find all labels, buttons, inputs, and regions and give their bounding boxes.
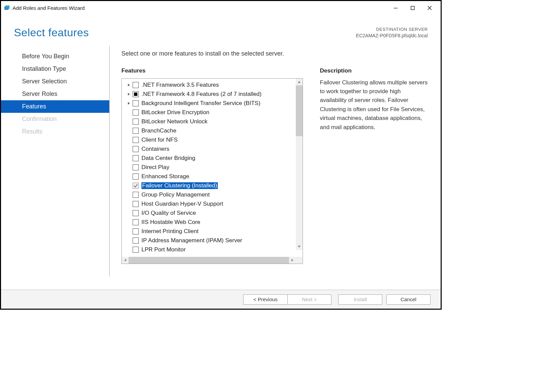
svg-marker-11: [124, 259, 126, 262]
feature-checkbox[interactable]: [133, 210, 139, 216]
feature-label[interactable]: Host Guardian Hyper-V Support: [141, 201, 223, 207]
feature-label[interactable]: IP Address Management (IPAM) Server: [141, 237, 242, 244]
hscroll-thumb[interactable]: [129, 257, 289, 264]
close-button[interactable]: [421, 2, 438, 14]
feature-label[interactable]: Data Center Bridging: [141, 155, 195, 162]
feature-checkbox[interactable]: [133, 238, 139, 244]
content: Select one or more features to install o…: [110, 46, 441, 276]
feature-label[interactable]: Client for NFS: [141, 137, 178, 143]
sidebar-item-installation-type[interactable]: Installation Type: [1, 63, 109, 75]
feature-checkbox[interactable]: [133, 100, 139, 106]
feature-row[interactable]: .NET Framework 4.8 Features (2 of 7 inst…: [122, 90, 303, 99]
instruction-text: Select one or more features to install o…: [121, 50, 429, 57]
feature-label[interactable]: BitLocker Network Unlock: [141, 118, 208, 125]
feature-row[interactable]: BitLocker Drive Encryption: [122, 108, 303, 117]
feature-row[interactable]: Background Intelligent Transfer Service …: [122, 99, 303, 108]
expand-icon[interactable]: [127, 92, 131, 97]
feature-row[interactable]: I/O Quality of Service: [122, 209, 303, 218]
svg-marker-7: [128, 93, 130, 96]
svg-marker-10: [298, 246, 301, 248]
feature-checkbox[interactable]: [133, 247, 139, 253]
feature-checkbox[interactable]: [133, 183, 139, 189]
feature-label[interactable]: BranchCache: [141, 127, 176, 134]
feature-checkbox[interactable]: [133, 128, 139, 134]
feature-checkbox[interactable]: [133, 201, 139, 207]
features-tree: .NET Framework 3.5 Features.NET Framewor…: [121, 78, 303, 264]
install-button[interactable]: Install: [338, 294, 382, 305]
feature-row[interactable]: LPR Port Monitor: [122, 245, 303, 254]
feature-row[interactable]: Containers: [122, 145, 303, 154]
feature-checkbox[interactable]: [133, 173, 139, 180]
feature-label[interactable]: Failover Clustering (Installed): [141, 182, 218, 189]
feature-label[interactable]: BitLocker Drive Encryption: [141, 109, 209, 116]
main: Before You BeginInstallation TypeServer …: [1, 46, 441, 276]
feature-checkbox[interactable]: [133, 146, 139, 152]
feature-row[interactable]: Direct Play: [122, 163, 303, 172]
next-button[interactable]: Next >: [287, 294, 331, 305]
feature-label[interactable]: Group Policy Management: [141, 191, 210, 198]
maximize-button[interactable]: [404, 2, 421, 14]
description-text: Failover Clustering allows multiple serv…: [320, 78, 429, 132]
feature-label[interactable]: Background Intelligent Transfer Service …: [141, 100, 261, 107]
sidebar: Before You BeginInstallation TypeServer …: [1, 46, 110, 276]
feature-row[interactable]: Failover Clustering (Installed): [122, 181, 303, 190]
svg-marker-6: [128, 84, 130, 86]
expand-icon[interactable]: [127, 101, 131, 106]
feature-row[interactable]: .NET Framework 3.5 Features: [122, 81, 303, 90]
feature-checkbox[interactable]: [133, 119, 139, 125]
vertical-scrollbar[interactable]: [296, 79, 303, 250]
feature-row[interactable]: Host Guardian Hyper-V Support: [122, 200, 303, 209]
feature-checkbox[interactable]: [133, 109, 139, 116]
feature-label[interactable]: IIS Hostable Web Core: [141, 219, 200, 226]
scroll-up-icon[interactable]: [296, 79, 303, 85]
horizontal-scrollbar[interactable]: [122, 257, 303, 264]
feature-label[interactable]: .NET Framework 3.5 Features: [141, 82, 219, 88]
feature-label[interactable]: LPR Port Monitor: [141, 246, 186, 253]
sidebar-item-before-you-begin[interactable]: Before You Begin: [1, 50, 109, 63]
feature-checkbox[interactable]: [133, 91, 139, 97]
svg-marker-12: [291, 259, 293, 262]
feature-checkbox[interactable]: [133, 192, 139, 198]
feature-label[interactable]: Internet Printing Client: [141, 228, 198, 235]
scroll-thumb[interactable]: [296, 85, 303, 136]
page-title: Select features: [14, 26, 89, 39]
feature-label[interactable]: Direct Play: [141, 164, 169, 171]
feature-checkbox[interactable]: [133, 155, 139, 161]
feature-checkbox[interactable]: [133, 219, 139, 225]
feature-label[interactable]: Containers: [141, 146, 169, 152]
scroll-down-icon[interactable]: [296, 243, 303, 250]
feature-row[interactable]: Enhanced Storage: [122, 172, 303, 181]
feature-checkbox[interactable]: [133, 228, 139, 234]
feature-row[interactable]: Group Policy Management: [122, 190, 303, 200]
destination-label: DESTINATION SERVER: [356, 26, 428, 33]
feature-checkbox[interactable]: [133, 137, 139, 143]
sidebar-item-server-roles[interactable]: Server Roles: [1, 88, 109, 100]
sidebar-item-features[interactable]: Features: [1, 100, 109, 113]
destination-name: EC2AMAZ-P0FD5F8.pfsqldc.local: [356, 33, 428, 39]
sidebar-item-server-selection[interactable]: Server Selection: [1, 75, 109, 88]
svg-marker-9: [298, 81, 301, 83]
sidebar-item-confirmation: Confirmation: [1, 113, 109, 125]
titlebar: Add Roles and Features Wizard: [1, 1, 441, 15]
feature-row[interactable]: BranchCache: [122, 126, 303, 136]
minimize-button[interactable]: [387, 2, 404, 14]
feature-label[interactable]: .NET Framework 4.8 Features (2 of 7 inst…: [141, 91, 262, 98]
cancel-button[interactable]: Cancel: [386, 294, 430, 305]
previous-button[interactable]: < Previous: [243, 294, 287, 305]
feature-row[interactable]: Client for NFS: [122, 136, 303, 145]
feature-row[interactable]: Data Center Bridging: [122, 154, 303, 163]
footer: < Previous Next > Install Cancel: [1, 290, 441, 309]
expand-icon[interactable]: [127, 83, 131, 87]
feature-row[interactable]: Internet Printing Client: [122, 227, 303, 236]
feature-row[interactable]: IIS Hostable Web Core: [122, 218, 303, 227]
feature-row[interactable]: IP Address Management (IPAM) Server: [122, 236, 303, 245]
svg-marker-8: [128, 102, 130, 105]
feature-checkbox[interactable]: [133, 164, 139, 170]
scroll-right-icon[interactable]: [289, 257, 296, 264]
feature-row[interactable]: BitLocker Network Unlock: [122, 117, 303, 126]
scroll-left-icon[interactable]: [122, 257, 129, 264]
features-heading: Features: [121, 67, 303, 74]
feature-label[interactable]: Enhanced Storage: [141, 173, 189, 180]
feature-label[interactable]: I/O Quality of Service: [141, 210, 196, 216]
feature-checkbox[interactable]: [133, 82, 139, 88]
